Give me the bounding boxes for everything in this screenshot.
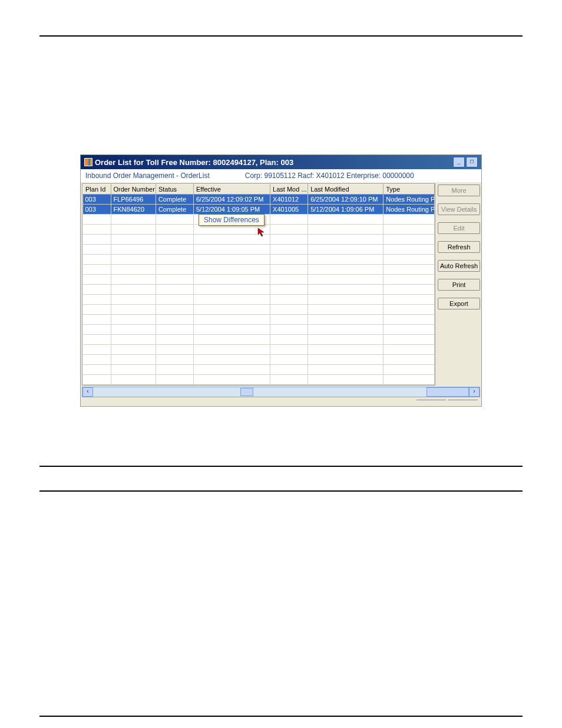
breadcrumb: Inbound Order Management - OrderList — [85, 172, 210, 180]
app-icon — [84, 158, 92, 166]
horizontal-rule-mid2 — [39, 490, 523, 492]
cell-moddate: 6/25/2004 12:09:10 PM — [308, 195, 384, 205]
table-row — [83, 355, 435, 365]
cell-effective: 6/25/2004 12:09:02 PM — [193, 195, 270, 205]
table-row — [83, 315, 435, 325]
minimize-button[interactable]: _ — [453, 157, 465, 167]
horizontal-scrollbar[interactable]: ‹ › — [82, 387, 480, 397]
col-order[interactable]: Order Number — [111, 185, 156, 195]
window-title: Order List for Toll Free Number: 8002494… — [95, 158, 453, 167]
table-row — [83, 335, 435, 345]
col-effective[interactable]: Effective — [193, 185, 270, 195]
cell-plan: 003 — [83, 205, 111, 215]
status-pane — [416, 400, 446, 405]
scroll-spacer — [427, 387, 469, 397]
horizontal-rule-mid1 — [39, 466, 523, 467]
refresh-button[interactable]: Refresh — [438, 241, 480, 253]
view-details-button[interactable]: View Details — [438, 203, 480, 215]
table-row — [83, 375, 435, 385]
table-row — [83, 305, 435, 315]
col-plan[interactable]: Plan Id — [83, 185, 111, 195]
table-row — [83, 275, 435, 285]
table-row — [83, 285, 435, 295]
table-row — [83, 365, 435, 375]
context-menu[interactable]: Show Differences — [199, 214, 265, 226]
content-area: Plan Id Order Number Status Effective La… — [81, 182, 481, 387]
table-row — [83, 345, 435, 355]
window-controls: _ □ — [453, 157, 478, 167]
scroll-thumb[interactable] — [240, 388, 253, 396]
auto-refresh-button[interactable]: Auto Refresh — [438, 260, 480, 272]
edit-button[interactable]: Edit — [438, 222, 480, 234]
cell-type: Nodes Routing Pl — [384, 205, 435, 215]
cell-order: FLP66496 — [111, 195, 156, 205]
side-buttons: More View Details Edit Refresh Auto Refr… — [437, 182, 481, 387]
more-button[interactable]: More — [438, 185, 480, 196]
cell-type: Nodes Routing Pl — [384, 195, 435, 205]
status-bar — [81, 398, 481, 406]
horizontal-rule-bottom — [39, 716, 523, 717]
scroll-track[interactable] — [93, 388, 427, 396]
table-row — [83, 325, 435, 335]
table-row[interactable]: 003 FKN84620 Complete 5/12/2004 1:09:05 … — [83, 205, 435, 215]
cell-moddate: 5/12/2004 1:09:06 PM — [308, 205, 384, 215]
table-row[interactable]: 003 FLP66496 Complete 6/25/2004 12:09:02… — [83, 195, 435, 205]
col-lastmodby[interactable]: Last Mod ... — [270, 185, 308, 195]
order-list-window: Order List for Toll Free Number: 8002494… — [80, 154, 482, 407]
horizontal-rule-top — [39, 35, 523, 37]
cell-plan: 003 — [83, 195, 111, 205]
table-row — [83, 265, 435, 275]
scroll-right-button[interactable]: › — [469, 387, 480, 397]
col-type[interactable]: Type — [384, 185, 435, 195]
print-button[interactable]: Print — [438, 279, 480, 291]
info-bar: Inbound Order Management - OrderList Cor… — [81, 169, 481, 182]
table-row — [83, 245, 435, 255]
header-row: Plan Id Order Number Status Effective La… — [83, 185, 435, 195]
corp-info: Corp: 99105112 Racf: X401012 Enterprise:… — [245, 172, 477, 180]
col-status[interactable]: Status — [156, 185, 193, 195]
cell-modby: X401005 — [270, 205, 308, 215]
cell-modby: X401012 — [270, 195, 308, 205]
cell-effective: 5/12/2004 1:09:05 PM — [193, 205, 270, 215]
table-row — [83, 255, 435, 265]
scroll-left-button[interactable]: ‹ — [82, 387, 93, 397]
cell-status: Complete — [156, 205, 193, 215]
export-button[interactable]: Export — [438, 298, 480, 309]
maximize-button[interactable]: □ — [466, 157, 478, 167]
title-bar: Order List for Toll Free Number: 8002494… — [81, 155, 481, 169]
cell-status: Complete — [156, 195, 193, 205]
table-row — [83, 295, 435, 305]
status-pane — [448, 400, 478, 405]
col-lastmod[interactable]: Last Modified — [308, 185, 384, 195]
cell-order: FKN84620 — [111, 205, 156, 215]
context-menu-item-show-differences[interactable]: Show Differences — [204, 216, 259, 224]
